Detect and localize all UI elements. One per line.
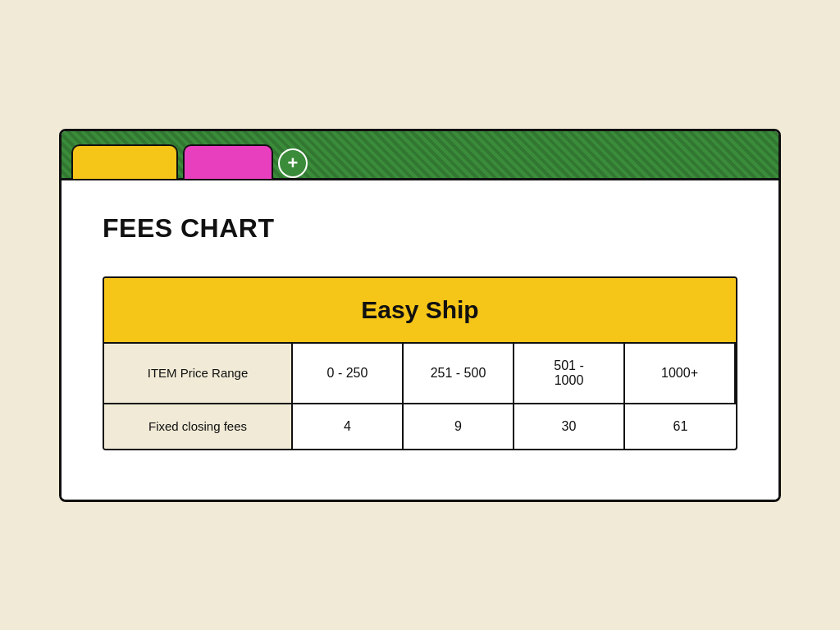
row2-col2-value: 9	[454, 419, 462, 434]
row1-col2: 251 - 500	[404, 344, 514, 404]
row1-col1: 0 - 250	[293, 344, 404, 404]
row2-label: Fixed closing fees	[104, 404, 293, 449]
row2-col2: 9	[404, 404, 514, 449]
row2-col4: 61	[625, 404, 736, 449]
fees-table: Easy Ship ITEM Price Range 0 - 250 251 -…	[103, 276, 737, 450]
row1-label: ITEM Price Range	[104, 344, 293, 404]
page-title: FEES CHART	[103, 213, 737, 244]
row1-col1-value: 0 - 250	[327, 366, 368, 381]
content-area: FEES CHART Easy Ship ITEM Price Range 0 …	[62, 180, 778, 500]
row2-col3-value: 30	[562, 419, 577, 434]
add-tab-button[interactable]: +	[278, 148, 308, 178]
row1-label-text: ITEM Price Range	[148, 366, 249, 380]
tab-bar: +	[62, 131, 778, 180]
row2-col3: 30	[514, 404, 625, 449]
tab-inactive[interactable]	[183, 144, 273, 179]
table-body: ITEM Price Range 0 - 250 251 - 500 501 -…	[104, 344, 736, 449]
row1-col4-value: 1000+	[661, 366, 698, 381]
browser-window: + FEES CHART Easy Ship ITEM Price Range …	[59, 129, 781, 502]
row2-col1: 4	[293, 404, 404, 449]
tab-active[interactable]	[71, 144, 178, 179]
row1-col3: 501 -1000	[514, 344, 625, 404]
table-header: Easy Ship	[104, 278, 736, 344]
row1-col4: 1000+	[625, 344, 736, 404]
row1-col2-value: 251 - 500	[431, 366, 486, 381]
row2-col1-value: 4	[344, 419, 351, 434]
row1-col3-value: 501 -1000	[554, 358, 583, 388]
row2-col4-value: 61	[673, 419, 688, 434]
row2-label-text: Fixed closing fees	[148, 419, 247, 433]
